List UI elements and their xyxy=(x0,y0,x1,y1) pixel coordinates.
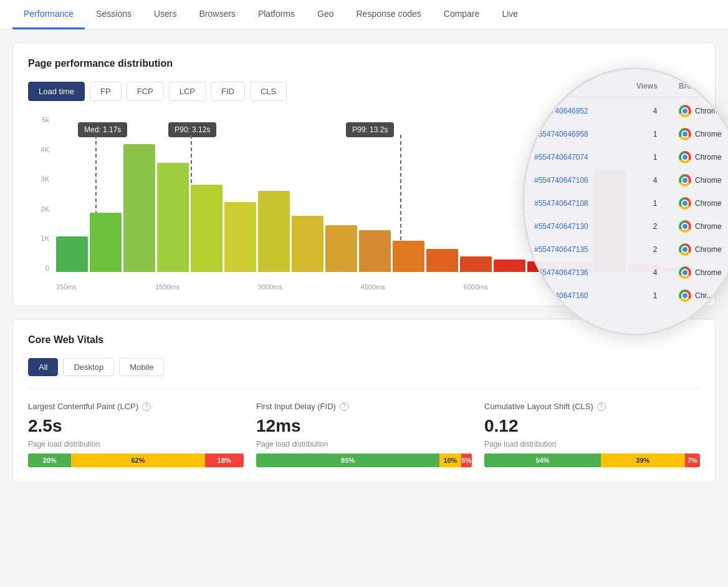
session-id-link[interactable]: #554740646952 xyxy=(534,107,631,115)
chart-y-labels: 5k4K3K2K1K0 xyxy=(28,116,53,272)
bar-wrapper xyxy=(157,116,189,272)
session-views: 4 xyxy=(636,176,674,185)
chrome-icon xyxy=(679,266,691,279)
session-views: 4 xyxy=(636,107,674,115)
bar-wrapper xyxy=(224,116,256,272)
performance-card-title: Page performance distribution xyxy=(28,58,700,69)
chart-bar xyxy=(494,260,525,272)
bar-wrapper xyxy=(258,116,290,272)
metric-btn-load time[interactable]: Load time xyxy=(28,82,85,101)
y-label: 0 xyxy=(46,264,49,272)
cwv-metric-item: Cumulative Layout Shift (CLS) ?0.12Page … xyxy=(484,402,700,467)
bar-wrapper xyxy=(191,116,223,272)
session-browser: Chrome xyxy=(679,105,728,117)
session-id-link[interactable]: #554740647135 xyxy=(534,245,631,254)
session-id-link[interactable]: #554740647136 xyxy=(534,268,631,277)
cwv-filter-btn-desktop[interactable]: Desktop xyxy=(63,358,114,376)
bar-wrapper xyxy=(460,116,492,272)
nav-tab-platforms[interactable]: Platforms xyxy=(247,0,306,29)
bar-wrapper xyxy=(90,116,122,272)
cwv-progress-bar: 85%10%5% xyxy=(256,454,472,467)
magnifier-row: #5547406471601Chr... xyxy=(534,284,728,308)
magnifier-table: Session ID Views Browser #5547406469524C… xyxy=(524,69,728,320)
cwv-metric-title: Largest Contentful Paint (LCP) ? xyxy=(28,402,244,411)
cwv-grid: Largest Contentful Paint (LCP) ?2.5sPage… xyxy=(28,402,700,467)
session-id-link[interactable]: #554740647074 xyxy=(534,153,631,162)
browser-label: Chrome xyxy=(695,222,722,231)
magnifier-row: #5547406469581Chrome xyxy=(534,123,728,146)
help-icon[interactable]: ? xyxy=(340,402,348,411)
chart-bar xyxy=(56,236,88,273)
cwv-filter-btn-mobile[interactable]: Mobile xyxy=(119,358,164,376)
chart-bar xyxy=(90,213,122,272)
metric-btn-fid[interactable]: FID xyxy=(211,82,245,101)
chrome-icon xyxy=(679,174,691,187)
chart-bar xyxy=(460,256,492,272)
session-views: 2 xyxy=(636,245,674,254)
chart-bar xyxy=(325,225,357,272)
session-id-link[interactable]: #554740647130 xyxy=(534,222,631,231)
nav-tab-live[interactable]: Live xyxy=(491,0,529,29)
nav-tab-response-codes[interactable]: Response codes xyxy=(345,0,432,29)
browser-label: Chrome xyxy=(695,199,722,208)
progress-segment: 62% xyxy=(71,454,205,467)
cwv-metric-title: Cumulative Layout Shift (CLS) ? xyxy=(484,402,700,411)
browser-header: Browser xyxy=(679,82,728,90)
session-id-link[interactable]: #554740646958 xyxy=(534,130,631,138)
progress-segment: 18% xyxy=(205,454,244,467)
session-views: 1 xyxy=(636,130,674,138)
browser-label: Chrome xyxy=(695,268,722,277)
cwv-metric-sub: Page load distribution xyxy=(256,440,472,449)
cwv-card-title: Core Web Vitals xyxy=(28,334,700,346)
bar-wrapper xyxy=(393,116,424,272)
progress-segment: 85% xyxy=(256,454,439,467)
chart-bar xyxy=(359,230,391,273)
bar-wrapper xyxy=(123,116,155,272)
help-icon[interactable]: ? xyxy=(142,402,151,411)
cwv-metric-item: Largest Contentful Paint (LCP) ?2.5sPage… xyxy=(28,402,244,467)
nav-tab-browsers[interactable]: Browsers xyxy=(188,0,247,29)
nav-tab-users[interactable]: Users xyxy=(143,0,188,29)
chrome-icon xyxy=(679,151,691,163)
y-label: 2K xyxy=(41,205,49,213)
magnifier-row: #5547406471364Chrome xyxy=(534,261,728,284)
chart-bar xyxy=(123,144,155,272)
metric-btn-cls[interactable]: CLS xyxy=(250,82,287,101)
cwv-filter-btn-all[interactable]: All xyxy=(28,358,58,376)
session-browser: Chrome xyxy=(679,197,728,210)
session-id-link[interactable]: #554740647106 xyxy=(534,176,631,185)
chrome-icon xyxy=(679,197,691,210)
cwv-filter-buttons: AllDesktopMobile xyxy=(28,358,700,376)
y-label: 1K xyxy=(41,235,49,242)
magnifier-overlay: Session ID Views Browser #5547406469524C… xyxy=(522,67,728,336)
session-views: 2 xyxy=(636,222,674,231)
metric-btn-fp[interactable]: FP xyxy=(90,82,122,101)
chart-bar xyxy=(292,216,323,272)
session-id-link[interactable]: #554740647108 xyxy=(534,199,631,208)
nav-tab-compare[interactable]: Compare xyxy=(433,0,491,29)
browser-label: Chr... xyxy=(695,291,713,300)
help-icon[interactable]: ? xyxy=(597,402,606,411)
chrome-icon xyxy=(679,105,691,117)
views-header: Views xyxy=(636,82,674,90)
session-id-link[interactable]: #554740647160 xyxy=(534,291,631,300)
nav-tab-sessions[interactable]: Sessions xyxy=(85,0,143,29)
magnifier-rows: #5547406469524Chrome#5547406469581Chrome… xyxy=(534,100,728,308)
nav-tab-performance[interactable]: Performance xyxy=(12,0,85,29)
session-browser: Chrome xyxy=(679,220,728,233)
progress-segment: 5% xyxy=(461,454,472,467)
cwv-metric-sub: Page load distribution xyxy=(28,440,244,449)
cwv-metric-item: First Input Delay (FID) ?12msPage load d… xyxy=(256,402,472,467)
cwv-metric-title: First Input Delay (FID) ? xyxy=(256,402,472,411)
nav-tab-geo[interactable]: Geo xyxy=(306,0,345,29)
chart-bar xyxy=(191,185,223,272)
session-views: 4 xyxy=(636,268,674,277)
chart-bar xyxy=(393,241,424,272)
metric-btn-lcp[interactable]: LCP xyxy=(169,82,206,101)
session-browser: Chr... xyxy=(679,289,728,302)
progress-segment: 20% xyxy=(28,454,71,467)
metric-btn-fcp[interactable]: FCP xyxy=(127,82,164,101)
cwv-divider xyxy=(28,389,700,389)
cwv-progress-bar: 54%39%7% xyxy=(484,454,700,467)
cwv-metric-value: 12ms xyxy=(256,416,472,436)
